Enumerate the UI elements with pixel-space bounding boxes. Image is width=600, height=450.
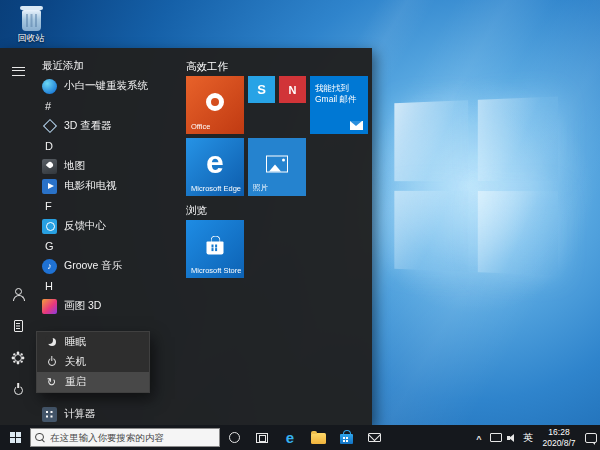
office-logo-icon <box>206 93 224 111</box>
edge-e-icon: e <box>206 144 224 181</box>
mail-promo-text: 我能找到 Gmail 邮件 <box>315 83 364 105</box>
tile-group-productivity[interactable]: 高效工作 <box>186 56 368 76</box>
edge-e-icon: e <box>286 430 294 445</box>
app-list-letter-d[interactable]: D <box>36 136 186 156</box>
power-icon <box>14 386 23 395</box>
app-label: 画图 3D <box>64 299 101 313</box>
app-item-xiaobai[interactable]: 小白一键重装系统 <box>36 76 186 96</box>
tile-row: e Microsoft Edge 照片 <box>186 138 368 196</box>
letter-label: F <box>45 200 52 212</box>
tile-office[interactable]: Office <box>186 76 244 134</box>
power-menu-label: 关机 <box>65 355 86 369</box>
app-item-calculator[interactable]: 计算器 <box>36 404 186 424</box>
skype-s-glyph: S <box>257 82 266 97</box>
tile-label: Microsoft Store <box>191 266 241 275</box>
tile-microsoft-store[interactable]: Microsoft Store <box>186 220 244 278</box>
hamburger-icon <box>12 67 25 76</box>
mail-envelope-icon <box>368 433 381 443</box>
paint3d-icon <box>42 299 57 314</box>
windows-logo-pane <box>478 191 558 275</box>
store-bag-icon <box>207 241 224 254</box>
restart-icon: ↻ <box>46 377 57 388</box>
tile-area: 高效工作 Office S N 我能找到 Gmail 邮件 <box>186 56 368 282</box>
file-explorer-button[interactable] <box>304 425 332 450</box>
tile-mail[interactable]: 我能找到 Gmail 邮件 <box>310 76 368 134</box>
power-menu-shutdown[interactable]: 关机 <box>37 352 149 372</box>
news-n-glyph: N <box>289 84 297 96</box>
app-label: 3D 查看器 <box>64 119 112 133</box>
start-menu: 最近添加 小白一键重装系统 # 3D 查看器 D 地图 电影和电 <box>0 48 372 425</box>
windows-flag-icon <box>10 432 21 443</box>
mail-taskbar-button[interactable] <box>360 425 388 450</box>
app-list-letter-g[interactable]: G <box>36 236 186 256</box>
start-button[interactable] <box>0 425 30 450</box>
app-list-letter-h[interactable]: H <box>36 276 186 296</box>
windows-logo <box>394 97 558 276</box>
app-label: 小白一键重装系统 <box>64 79 148 93</box>
action-center-icon <box>585 433 597 443</box>
letter-label: D <box>45 140 53 152</box>
expand-menu-button[interactable] <box>5 58 31 84</box>
power-menu-label: 重启 <box>65 375 86 389</box>
search-box[interactable] <box>30 428 220 447</box>
app-item-paint3d[interactable]: 画图 3D <box>36 296 186 316</box>
network-button[interactable] <box>486 425 504 450</box>
search-icon <box>35 433 45 443</box>
movies-tv-icon <box>42 179 57 194</box>
power-flyout: 睡眠 关机 ↻ 重启 <box>36 331 150 393</box>
feedback-hub-icon <box>42 219 57 234</box>
recycle-bin-label: 回收站 <box>8 32 54 45</box>
app-item-groove-music[interactable]: ♪ Groove 音乐 <box>36 256 186 276</box>
tile-news[interactable]: N <box>279 76 306 103</box>
clock-date: 2020/8/7 <box>542 438 575 449</box>
user-account-button[interactable] <box>5 281 31 307</box>
clock-block: 16:28 2020/8/7 <box>542 427 575 448</box>
tray-expand-button[interactable]: ^ <box>472 425 486 450</box>
letter-label: H <box>45 280 53 292</box>
folder-icon <box>311 433 326 444</box>
gear-icon <box>14 354 22 362</box>
store-bag-icon <box>340 434 353 444</box>
small-tile-group: S N <box>248 76 306 134</box>
documents-button[interactable] <box>5 313 31 339</box>
cortana-icon <box>229 432 240 443</box>
tile-group-explore[interactable]: 浏览 <box>186 200 368 220</box>
tile-skype[interactable]: S <box>248 76 275 103</box>
volume-button[interactable] <box>504 425 520 450</box>
cortana-button[interactable] <box>220 425 248 450</box>
tile-photos[interactable]: 照片 <box>248 138 306 196</box>
recycle-bin[interactable]: 回收站 <box>8 5 54 45</box>
power-button[interactable] <box>5 377 31 403</box>
app-item-maps[interactable]: 地图 <box>36 156 186 176</box>
music-note-glyph: ♪ <box>47 262 52 271</box>
taskbar: e ^ 英 16:28 2020/8/7 <box>0 425 600 450</box>
recent-added-header: 最近添加 <box>36 56 186 76</box>
clock-time: 16:28 <box>542 427 575 438</box>
ime-indicator[interactable]: 英 <box>520 425 536 450</box>
settings-button[interactable] <box>5 345 31 371</box>
tile-edge[interactable]: e Microsoft Edge <box>186 138 244 196</box>
search-input[interactable] <box>45 432 215 443</box>
app-label: 地图 <box>64 159 85 173</box>
power-menu-restart[interactable]: ↻ 重启 <box>37 372 149 392</box>
power-menu-label: 睡眠 <box>65 335 86 349</box>
threed-viewer-icon <box>42 119 57 134</box>
windows-desktop-screen: 回收站 最近添加 <box>0 0 600 450</box>
app-item-movies-tv[interactable]: 电影和电视 <box>36 176 186 196</box>
action-center-button[interactable] <box>582 425 600 450</box>
app-list-letter-hash[interactable]: # <box>36 96 186 116</box>
sleep-moon-icon <box>46 338 57 346</box>
groove-music-icon: ♪ <box>42 259 57 274</box>
power-menu-sleep[interactable]: 睡眠 <box>37 332 149 352</box>
tile-label: 照片 <box>253 183 268 193</box>
app-list-letter-f[interactable]: F <box>36 196 186 216</box>
app-item-feedback-hub[interactable]: 反馈中心 <box>36 216 186 236</box>
taskbar-clock[interactable]: 16:28 2020/8/7 <box>536 425 582 450</box>
store-taskbar-button[interactable] <box>332 425 360 450</box>
app-item-3d-viewer[interactable]: 3D 查看器 <box>36 116 186 136</box>
edge-taskbar-button[interactable]: e <box>276 425 304 450</box>
app-label: Groove 音乐 <box>64 259 122 273</box>
task-view-button[interactable] <box>248 425 276 450</box>
letter-label: G <box>45 240 54 252</box>
maps-icon <box>42 159 57 174</box>
